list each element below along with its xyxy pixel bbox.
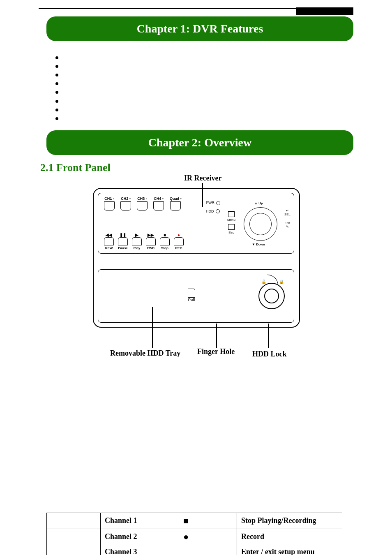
bullet-item	[64, 71, 392, 79]
hdd-lock-knob	[258, 283, 285, 309]
legend-right-icon	[179, 545, 237, 555]
bullet-item	[64, 79, 392, 88]
callout-line	[152, 307, 153, 348]
menu-icon	[228, 211, 235, 217]
edit-label: Edit	[285, 221, 291, 225]
legend-left-icon	[47, 529, 101, 545]
header-black-box	[296, 7, 353, 15]
lock-icon: 🔒	[279, 280, 284, 284]
pwr-led-icon	[216, 201, 220, 205]
control-button-rew: ◀◀REW	[104, 233, 114, 250]
legend-left-icon	[47, 545, 101, 555]
bullet-item	[64, 62, 392, 71]
legend-left-desc: Channel 3	[101, 545, 179, 555]
unlock-icon: 🔓	[261, 280, 266, 284]
legend-left-desc: Channel 2	[101, 529, 179, 545]
control-button-rec: ●REC	[174, 233, 184, 250]
bullet-item	[64, 53, 392, 62]
chapter-1-banner: Chapter 1: DVR Features	[46, 16, 353, 41]
feature-bullet-list	[0, 53, 392, 123]
control-button-play: ▶Play	[132, 233, 142, 250]
channel-button-2: CH2 ▫	[120, 197, 131, 210]
callout-finger-hole: Finger Hole	[197, 347, 235, 356]
callout-ir-receiver: IR Receiver	[184, 174, 221, 183]
dvr-front-panel-diagram: CH1 ▫CH2 ▫CH3 ▫CH4 ▫Quad ▫ ◀◀REW❚❚Pause▶…	[93, 188, 300, 328]
bullet-item	[64, 97, 392, 106]
callout-removable-hdd-tray: Removable HDD Tray	[110, 349, 180, 358]
bullet-item	[64, 114, 392, 123]
lower-panel: Pull 🔓🔒	[98, 269, 294, 323]
esc-icon	[228, 224, 235, 230]
channel-button-5: Quad ▫	[170, 197, 182, 210]
legend-right-desc: Enter / exit setup menu	[237, 545, 342, 555]
pull-label: Pull	[188, 298, 195, 302]
section-2-1-heading: 2.1 Front Panel	[0, 162, 392, 174]
legend-right-desc: Record	[237, 529, 342, 545]
legend-right-desc: Stop Playing/Recording	[237, 513, 342, 529]
control-button-stop: ■Stop	[160, 233, 170, 250]
chapter-2-banner: Chapter 2: Overview	[46, 130, 353, 155]
lock-state-icons: 🔓🔒	[261, 272, 284, 284]
control-button-fwd: ▶▶FWD	[146, 233, 156, 250]
menu-esc-column: Menu Esc	[227, 211, 235, 234]
pwr-led-label: PWR	[206, 201, 214, 205]
bullet-item	[64, 106, 392, 114]
legend-left-icon	[47, 513, 101, 529]
header-rule	[39, 8, 353, 15]
dpad: ▲ Up ▼ Down	[240, 203, 281, 244]
button-legend-table: Channel 1■Stop Playing/RecordingChannel …	[46, 513, 342, 555]
pull-icon	[188, 289, 195, 298]
esc-label: Esc	[227, 231, 235, 234]
table-row: Channel 1■Stop Playing/Recording	[47, 513, 342, 529]
hdd-led-icon	[216, 209, 220, 213]
dpad-down-label: ▼ Down	[252, 243, 265, 246]
dpad-ring-inner	[249, 213, 272, 235]
channel-button-3: CH3 ▫	[137, 197, 148, 210]
channel-button-1: CH1 ▫	[104, 197, 115, 210]
legend-left-desc: Channel 1	[101, 513, 179, 529]
control-button-pause: ❚❚Pause	[118, 233, 128, 250]
pull-finger-hole: Pull	[188, 289, 195, 302]
led-column: PWR HDD	[206, 201, 220, 217]
sel-label: SEL	[284, 213, 291, 216]
callout-line	[216, 324, 217, 348]
callout-hdd-lock: HDD Lock	[252, 350, 287, 358]
callout-line	[268, 324, 269, 348]
hdd-led-label: HDD	[206, 209, 214, 213]
bullet-item	[64, 88, 392, 97]
legend-right-icon: ■	[179, 513, 237, 529]
legend-right-icon: ●	[179, 529, 237, 545]
channel-button-4: CH4 ▫	[153, 197, 164, 210]
table-row: Channel 3Enter / exit setup menu	[47, 545, 342, 555]
dpad-up-label: ▲ Up	[254, 201, 263, 205]
menu-label: Menu	[227, 218, 235, 222]
sel-edit-column: ↵SEL Edit✎	[284, 209, 291, 234]
upper-panel: CH1 ▫CH2 ▫CH3 ▫CH4 ▫Quad ▫ ◀◀REW❚❚Pause▶…	[98, 193, 294, 254]
table-row: Channel 2●Record	[47, 529, 342, 545]
